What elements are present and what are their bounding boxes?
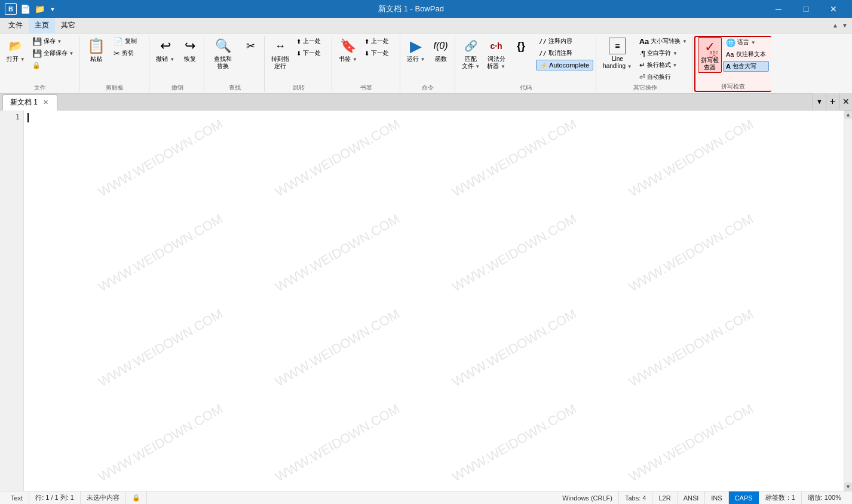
quick-access-more[interactable]: ▼ (48, 3, 57, 15)
ribbon-btn-lexer[interactable]: c·h 词法分析器 ▼ (484, 36, 508, 72)
paste-icon: 📋 (88, 38, 105, 54)
scrollbar-down-arrow[interactable]: ▼ (844, 483, 853, 491)
scrollbar-up-arrow[interactable]: ▲ (844, 110, 853, 119)
menu-item-other[interactable]: 其它 (55, 18, 81, 33)
status-mode: Text (5, 491, 29, 504)
ribbon-btn-trim[interactable]: ✂ (239, 36, 262, 69)
ribbon-btn-comment-only[interactable]: Aa 仅注释文本 (723, 49, 768, 60)
spellcheck-label: 拼写检查器 (701, 57, 719, 71)
tab-close-all-button[interactable]: ✕ (839, 93, 852, 110)
ribbon-btn-save-all[interactable]: 💾 全部保存 ▼ (29, 48, 77, 59)
ribbon-btn-autocomplete[interactable]: ⚡ Autocomplete (536, 60, 593, 70)
ribbon-btn-comment[interactable]: // 注释内容 (536, 36, 593, 47)
next-find-icon: ⬇ (296, 50, 301, 57)
cut-icon: ✂ (114, 49, 120, 58)
ribbon-btn-lang[interactable]: 🌐 语言 ▼ (723, 37, 768, 48)
bookmark-label: 书签 ▼ (339, 56, 357, 63)
maximize-button[interactable]: □ (792, 0, 820, 18)
ribbon-btn-line-handling[interactable]: ≡ Linehandling ▼ (600, 36, 635, 72)
ribbon-group-file-label: 文件 (4, 82, 76, 92)
ribbon: 📂 打开 ▼ 💾 保存 ▼ 💾 全部保存 ▼ 🔒 (0, 33, 852, 94)
ribbon-btn-line-ending[interactable]: ↵ 换行格式 ▼ (636, 60, 690, 70)
uncomment-icon: // (539, 50, 547, 57)
comment-only-label: 仅注释文本 (736, 50, 766, 59)
ribbon-group-other-ops-content: ≡ Linehandling ▼ Aa 大小写转换 ▼ ·¶ 空白字符 ▼ (600, 36, 690, 82)
status-tags: 标签数：1 (759, 491, 802, 504)
ribbon-btn-prev-bookmark[interactable]: ⬆ 上一处 (361, 36, 397, 47)
ribbon-btn-lock[interactable]: 🔒 (29, 60, 77, 70)
ribbon-btn-func[interactable]: f(0) 函数 (430, 36, 452, 69)
tab-new-doc[interactable]: 新文档 1 ✕ (2, 94, 57, 110)
ribbon-btn-brace[interactable]: {} (510, 36, 532, 69)
ribbon-group-command-content: ▶ 运行 ▼ f(0) 函数 (404, 36, 452, 82)
tab-bar: 新文档 1 ✕ ▼ + ✕ (0, 94, 852, 110)
ribbon-btn-next-find[interactable]: ⬇ 下一处 (293, 48, 329, 59)
quick-access-folder[interactable]: 📁 (33, 3, 45, 15)
match-file-label: 匹配文件 ▼ (462, 56, 480, 70)
ribbon-btn-match-file[interactable]: 🔗 匹配文件 ▼ (459, 36, 483, 72)
menu-bar-right: ▲ ▼ (830, 19, 850, 32)
comment-icon: // (539, 38, 547, 45)
next-bookmark-icon: ⬇ (364, 50, 369, 57)
status-position: 行: 1 / 1 列: 1 (29, 491, 81, 504)
tab-close-button[interactable]: ✕ (41, 99, 50, 107)
editor-wrapper: 1 WWW.WEIDOWN.COM WWW.WEIDOWN.COM WWW.WE… (0, 110, 852, 491)
redo-label: 恢复 (184, 56, 196, 63)
ribbon-btn-save[interactable]: 💾 保存 ▼ (29, 36, 77, 47)
app: B 📄 📁 ▼ 新文档 1 - BowPad ─ □ ✕ 文件 主页 其它 ▲ … (0, 0, 852, 504)
prev-find-icon: ⬆ (296, 38, 301, 45)
ribbon-btn-open[interactable]: 📂 打开 ▼ (4, 36, 28, 69)
ribbon-btn-next-bookmark[interactable]: ⬇ 下一处 (361, 48, 397, 59)
redo-icon: ↪ (182, 38, 198, 54)
ribbon-group-file: 📂 打开 ▼ 💾 保存 ▼ 💾 全部保存 ▼ 🔒 (1, 36, 79, 92)
tab-add-button[interactable]: + (826, 93, 839, 110)
ribbon-btn-run[interactable]: ▶ 运行 ▼ (404, 36, 428, 69)
menu-item-home[interactable]: 主页 (29, 18, 55, 33)
next-find-label: 下一处 (303, 49, 321, 57)
ribbon-btn-undo[interactable]: ↩ 撤销 ▼ (153, 36, 177, 69)
minimize-button[interactable]: ─ (765, 0, 792, 18)
include-caps-label: 包含大写 (733, 62, 756, 70)
ribbon-btn-include-caps[interactable]: A 包含大写 (723, 61, 768, 72)
menu-item-file[interactable]: 文件 (2, 18, 29, 33)
spellcheck-icon: ✓ abc (701, 39, 718, 56)
goto-label: 转到指定行 (271, 56, 289, 70)
ribbon-group-bookmark-label: 书签 (336, 82, 397, 92)
ribbon-btn-whitespace[interactable]: ·¶ 空白字符 ▼ (636, 48, 690, 59)
next-bookmark-label: 下一处 (371, 49, 389, 57)
ribbon-btn-case[interactable]: Aa 大小写转换 ▼ (636, 36, 690, 47)
editor-scrollbar: ▲ ▼ (844, 110, 852, 491)
ribbon-group-clipboard: 📋 粘贴 📄 复制 ✂ 剪切 剪贴板 (81, 36, 149, 92)
line-handling-icon: ≡ (609, 38, 626, 54)
ribbon-btn-copy[interactable]: 📄 复制 (111, 36, 146, 47)
ribbon-btn-goto[interactable]: ↔ 转到指定行 (268, 36, 292, 72)
ribbon-btn-uncomment[interactable]: // 取消注释 (536, 48, 593, 59)
ribbon-btn-paste[interactable]: 📋 粘贴 (83, 36, 109, 69)
editor[interactable] (24, 110, 844, 491)
ribbon-collapse-arrow[interactable]: ▲ (830, 19, 840, 32)
lock-icon: 🔒 (32, 62, 41, 69)
status-selection: 未选中内容 (81, 491, 126, 504)
ribbon-expand-arrow[interactable]: ▼ (840, 19, 850, 32)
quick-access-new[interactable]: 📄 (19, 3, 31, 15)
ribbon-btn-prev-find[interactable]: ⬆ 上一处 (293, 36, 329, 47)
ribbon-btn-find[interactable]: 🔍 查找和替换 (208, 36, 238, 72)
save-icon: 💾 (32, 37, 42, 46)
ribbon-group-jump-content: ↔ 转到指定行 ⬆ 上一处 ⬇ 下一处 (268, 36, 329, 82)
line-numbers: 1 (0, 110, 24, 491)
ribbon-group-clipboard-content: 📋 粘贴 📄 复制 ✂ 剪切 (83, 36, 146, 82)
ribbon-group-undo-label: 撤销 (153, 82, 201, 92)
paste-label: 粘贴 (90, 56, 102, 63)
close-button[interactable]: ✕ (820, 0, 847, 18)
line-ending-icon: ↵ (639, 61, 645, 69)
ribbon-btn-cut[interactable]: ✂ 剪切 (111, 48, 146, 59)
ribbon-btn-bookmark[interactable]: 🔖 书签 ▼ (336, 36, 360, 69)
tab-scroll-arrow[interactable]: ▼ (813, 93, 826, 110)
ribbon-btn-spellcheck[interactable]: ✓ abc 拼写检查器 (698, 37, 722, 73)
autocomplete-icon: ⚡ (540, 62, 547, 69)
whitespace-icon: ·¶ (639, 49, 646, 58)
status-enc-icon: 🔒 (126, 491, 147, 504)
ribbon-btn-word-wrap[interactable]: ⏎ 自动换行 (636, 72, 690, 82)
lexer-icon: c·h (488, 38, 505, 54)
ribbon-btn-redo[interactable]: ↪ 恢复 (179, 36, 201, 69)
